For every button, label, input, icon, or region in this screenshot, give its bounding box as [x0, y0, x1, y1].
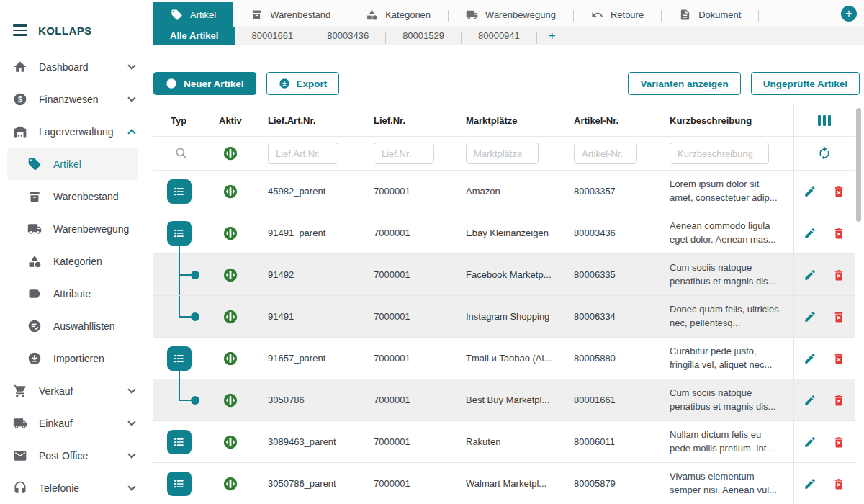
- artikel-nr-filter-input[interactable]: [574, 143, 637, 164]
- tab-retoure[interactable]: Retoure: [574, 2, 661, 27]
- lief-art-nr-cell: 3089463_parent: [258, 436, 364, 447]
- lief-art-nr-filter-input[interactable]: [268, 143, 338, 164]
- tab-kategorien[interactable]: Kategorien: [348, 2, 448, 27]
- table-row[interactable]: 3050786 7000001 Best Buy Marketpl... 800…: [153, 379, 855, 421]
- edit-icon[interactable]: [804, 477, 816, 490]
- sidebar-item-auswahllisten[interactable]: Auswahllisten: [7, 310, 138, 342]
- table-row[interactable]: 91491 7000001 Instagram Shopping 8000633…: [153, 296, 855, 338]
- sidebar-item-kategorien[interactable]: Kategorien: [7, 245, 138, 277]
- column-header-lief-art-nr: Lief.Art.Nr.: [258, 115, 364, 126]
- sidebar-item-label: Lagerverwaltung: [39, 126, 129, 138]
- lief-nr-cell: 7000001: [364, 228, 456, 238]
- sidebar-item-label: Einkauf: [39, 418, 129, 429]
- subtab-80001529[interactable]: 80001529: [386, 27, 461, 45]
- table-row[interactable]: 45982_parent 7000001 Amazon 80003357 Lor…: [153, 171, 855, 212]
- artikel-nr-cell: 80005880: [564, 353, 660, 364]
- delete-icon[interactable]: [832, 185, 845, 198]
- active-status-toggle-icon[interactable]: [223, 146, 238, 161]
- edit-icon[interactable]: [804, 185, 816, 198]
- edit-icon[interactable]: [804, 310, 816, 323]
- kurzbeschreibung-cell: Cum sociis natoque penatibus et magnis d…: [660, 387, 793, 413]
- sidebar-item-lagerverwaltung[interactable]: Lagerverwaltung: [0, 115, 145, 148]
- sidebar-item-einkauf[interactable]: Einkauf: [0, 407, 145, 439]
- marktplatz-cell: Ebay Kleinanzeigen: [456, 228, 564, 238]
- sidebar-item-attribute[interactable]: Attribute: [7, 277, 138, 310]
- edit-icon[interactable]: [804, 269, 816, 282]
- table-row[interactable]: 91492 7000001 Facebook Marketp... 800063…: [153, 254, 855, 296]
- sidebar-item-label: Importieren: [53, 353, 127, 364]
- table-filter-row: [153, 137, 855, 171]
- button-label: Export: [297, 78, 328, 89]
- sidebar-item-warenbestand[interactable]: Warenbestand: [7, 180, 138, 212]
- tab-dokument[interactable]: Dokument: [662, 2, 758, 27]
- subtab-alle-artikel[interactable]: Alle Artikel: [153, 27, 235, 45]
- columns-icon[interactable]: [818, 115, 831, 126]
- table-header-row: Typ Aktiv Lief.Art.Nr. Lief.Nr. Marktplä…: [153, 104, 855, 137]
- delete-icon[interactable]: [832, 269, 845, 282]
- marktplatz-cell: Rakuten: [456, 436, 564, 447]
- chevron-up-icon: [127, 129, 135, 137]
- lief-nr-filter-input[interactable]: [374, 143, 434, 164]
- sidebar-item-importieren[interactable]: Importieren: [7, 342, 138, 374]
- sidebar-item-finanzwesen[interactable]: Finanzwesen: [0, 83, 145, 115]
- tab-warenbestand[interactable]: Warenbestand: [233, 2, 348, 27]
- sidebar-item-post-office[interactable]: Post Office: [0, 439, 145, 472]
- sidebar-item-telefonie[interactable]: Telefonie: [0, 472, 145, 504]
- vertical-scrollbar[interactable]: [856, 108, 861, 222]
- edit-icon[interactable]: [804, 394, 816, 407]
- parent-article-icon[interactable]: [167, 179, 192, 204]
- sidebar-item-artikel[interactable]: Artikel: [7, 148, 138, 180]
- edit-icon[interactable]: [804, 227, 816, 240]
- tree-connector: [179, 246, 180, 254]
- delete-icon[interactable]: [832, 436, 845, 449]
- sidebar-item-verkauf[interactable]: Verkauf: [0, 374, 145, 407]
- parent-article-icon[interactable]: [167, 221, 192, 246]
- sidebar-item-warenbewegung[interactable]: Warenbewegung: [7, 212, 138, 245]
- delete-icon[interactable]: [832, 227, 845, 240]
- refresh-icon[interactable]: [817, 146, 832, 161]
- app-root: KOLLAPS Dashboard Finanzwesen Lagerverwa…: [0, 0, 864, 504]
- artikel-nr-cell: 80003436: [564, 228, 660, 238]
- download-circle-icon: [27, 351, 42, 366]
- delete-icon[interactable]: [832, 310, 845, 323]
- edit-icon[interactable]: [804, 352, 816, 365]
- edit-icon[interactable]: [804, 436, 816, 449]
- typ-cell: [153, 463, 209, 504]
- delete-icon[interactable]: [832, 352, 845, 365]
- add-tab-button[interactable]: +: [841, 6, 857, 22]
- toolbar-right: Varianten anzeigen Ungeprüfte Artikel: [628, 72, 860, 95]
- active-status-icon: [223, 184, 238, 199]
- unverified-articles-button[interactable]: Ungeprüfte Artikel: [751, 72, 860, 95]
- delete-icon[interactable]: [832, 394, 845, 407]
- subtab-label: 80000941: [478, 30, 520, 41]
- child-article-dot: [191, 396, 199, 405]
- search-icon[interactable]: [174, 146, 189, 161]
- export-button[interactable]: Export: [266, 72, 340, 95]
- table-row[interactable]: 91657_parent 7000001 Tmall и Taobao (Al.…: [153, 338, 855, 379]
- new-article-button[interactable]: Neuer Artikel: [153, 72, 256, 95]
- show-variants-button[interactable]: Varianten anzeigen: [628, 72, 740, 95]
- parent-article-icon[interactable]: [167, 472, 192, 496]
- toolbar-left: Neuer Artikel Export: [153, 72, 339, 95]
- subtab-80000941[interactable]: 80000941: [462, 27, 536, 45]
- table-row[interactable]: 3050786_parent 7000001 Walmart Marketpl.…: [153, 463, 855, 504]
- sidebar-item-label: Warenbewegung: [53, 223, 129, 235]
- marktplaetze-filter-input[interactable]: [466, 143, 539, 164]
- parent-article-icon[interactable]: [167, 346, 192, 371]
- subtab-80001661[interactable]: 80001661: [235, 27, 310, 45]
- filter-lief-nr: [364, 143, 456, 164]
- hamburger-menu-icon[interactable]: [13, 24, 27, 36]
- parent-article-icon[interactable]: [167, 430, 192, 454]
- delete-icon[interactable]: [832, 477, 845, 490]
- marktplatz-cell: Facebook Marketp...: [456, 269, 564, 280]
- sidebar-item-label: Dashboard: [39, 61, 129, 73]
- table-row[interactable]: 91491_parent 7000001 Ebay Kleinanzeigen …: [153, 212, 855, 254]
- sidebar-item-dashboard[interactable]: Dashboard: [0, 50, 145, 83]
- subtab-80003436[interactable]: 80003436: [310, 27, 385, 45]
- tab-artikel[interactable]: Artikel: [153, 2, 233, 27]
- tab-label: Warenbewegung: [485, 9, 556, 20]
- add-subtab-button[interactable]: +: [537, 27, 567, 45]
- tab-warenbewegung[interactable]: Warenbewegung: [449, 2, 573, 27]
- kurzbeschreibung-filter-input[interactable]: [670, 143, 769, 164]
- table-row[interactable]: 3089463_parent 7000001 Rakuten 80006011 …: [153, 421, 855, 463]
